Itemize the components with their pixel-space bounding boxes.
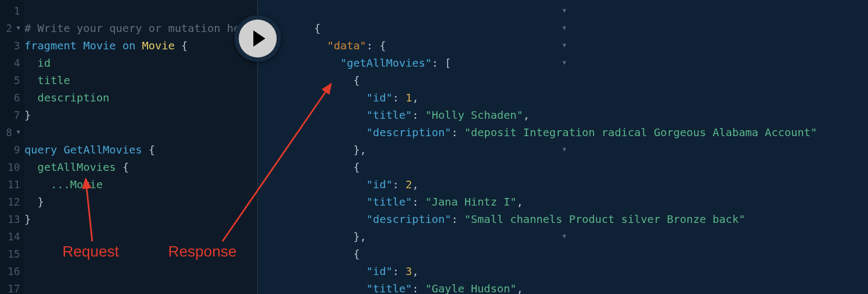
resp-id-3: 3 [406, 265, 412, 278]
resp-data-key: "data" [327, 39, 366, 52]
resp-title-2: "Jana Hintz I" [425, 195, 517, 208]
type-name: Movie [142, 39, 175, 52]
field-getall: getAllMovies [37, 161, 116, 174]
line-gutter: 1 2▼ 3 4 5 6 7 8▼ 9 10 11 12 13 14 15 16… [0, 0, 24, 294]
execute-query-button[interactable] [234, 15, 281, 62]
fold-icon[interactable]: ▼ [563, 2, 566, 20]
resp-get-key: "getAllMovies" [340, 56, 432, 69]
editor-comment: # Write your query or mutation here [24, 22, 253, 35]
fold-icon[interactable]: ▼ [16, 124, 20, 141]
field-id: id [37, 56, 50, 69]
response-fold-gutter: ▼ ▼ ▼ ▼ ▼ ▼ ▼ ▼ ▼ ▼ ▼ ▼ ▼ ▼ [560, 2, 566, 245]
field-desc: description [37, 91, 109, 104]
resp-title-1: "Holly Schaden" [425, 108, 524, 122]
fold-icon[interactable]: ▼ [563, 20, 566, 37]
resp-id-1: 1 [406, 91, 412, 104]
kw-query: query [24, 143, 57, 156]
frag-name: Movie [83, 39, 116, 52]
fragment-spread: ...Movie [50, 178, 103, 191]
play-icon [253, 30, 265, 47]
kw-on: on [123, 39, 136, 52]
fold-icon[interactable]: ▼ [563, 37, 566, 54]
fold-icon[interactable]: ▼ [563, 228, 566, 245]
query-editor[interactable]: # Write your query or mutation here frag… [24, 0, 257, 294]
resp-id-2: 2 [406, 178, 412, 191]
field-title: title [37, 74, 70, 87]
fold-icon[interactable]: ▼ [563, 54, 566, 72]
query-name: GetAllMovies [63, 143, 142, 156]
response-pane[interactable]: ▼ ▼ ▼ ▼ ▼ ▼ ▼ ▼ ▼ ▼ ▼ ▼ ▼ ▼ { "data": { … [258, 0, 868, 294]
fold-icon[interactable]: ▼ [563, 141, 566, 158]
resp-desc-1: "deposit Integration radical Gorgeous Al… [464, 126, 817, 139]
resp-desc-2: "Small channels Product silver Bronze ba… [464, 213, 745, 226]
resp-title-3: "Gayle Hudson" [425, 282, 517, 294]
kw-fragment: fragment [24, 39, 76, 52]
fold-icon[interactable]: ▼ [16, 20, 20, 37]
query-editor-pane[interactable]: 1 2▼ 3 4 5 6 7 8▼ 9 10 11 12 13 14 15 16… [0, 0, 258, 294]
